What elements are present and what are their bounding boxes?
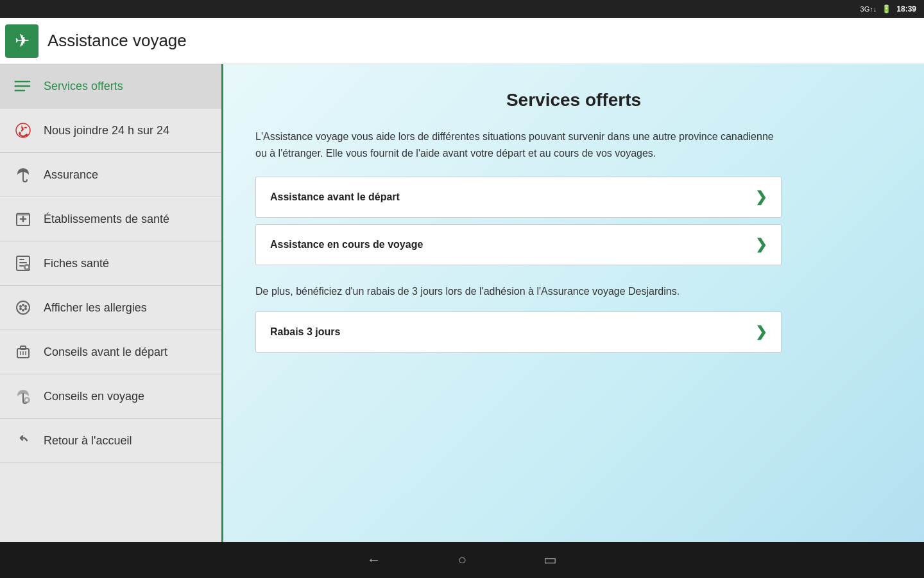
svg-point-19	[24, 305, 27, 308]
gear-icon	[13, 253, 33, 274]
card-label-rabais: Rabais 3 jours	[270, 326, 340, 338]
app-title: Assistance voyage	[47, 31, 187, 51]
card-rabais[interactable]: Rabais 3 jours ❯	[255, 311, 782, 353]
card-label-assistance-depart: Assistance avant le départ	[270, 191, 400, 203]
card-assistance-depart[interactable]: Assistance avant le départ ❯	[255, 177, 782, 218]
sidebar-label-conseils-voyage: Conseils en voyage	[44, 390, 144, 403]
sidebar-item-nous-joindre[interactable]: Nous joindre 24 h sur 24	[0, 109, 221, 153]
content-area: Services offerts L'Assistance voyage vou…	[223, 64, 924, 578]
card-label-assistance-voyage: Assistance en cours de voyage	[270, 239, 423, 250]
plane-icon: ✈	[15, 30, 30, 51]
svg-rect-10	[17, 213, 30, 216]
sidebar-label-nous-joindre: Nous joindre 24 h sur 24	[44, 124, 169, 137]
list-icon	[13, 76, 33, 96]
sidebar-item-conseils-voyage[interactable]: Conseils en voyage	[0, 374, 221, 419]
sidebar-label-fiches-sante: Fiches santé	[44, 257, 109, 270]
sidebar-item-allergies[interactable]: Afficher les allergies	[0, 286, 221, 330]
sidebar-item-assurance[interactable]: Assurance	[0, 153, 221, 197]
svg-rect-13	[19, 262, 27, 263]
svg-point-16	[26, 266, 28, 268]
svg-point-21	[19, 308, 22, 310]
luggage-icon	[13, 342, 33, 362]
hospital-icon	[13, 209, 33, 229]
rabais-description: De plus, bénéficiez d'un rabais de 3 jou…	[255, 283, 782, 300]
svg-rect-25	[21, 346, 26, 349]
recent-button[interactable]: ▭	[543, 552, 557, 568]
svg-point-20	[22, 304, 24, 306]
sidebar-item-retour[interactable]: Retour à l'accueil	[0, 419, 221, 463]
sidebar-label-allergies: Afficher les allergies	[44, 301, 147, 315]
sidebar-label-services-offerts: Services offerts	[44, 80, 123, 93]
sidebar-label-retour: Retour à l'accueil	[44, 434, 132, 448]
battery-icon: 🔋	[882, 4, 891, 13]
svg-point-22	[24, 308, 27, 310]
signal-icon: 3G↑↓	[860, 5, 877, 13]
sidebar-label-etablissements: Établissements de santé	[44, 213, 169, 226]
sidebar-item-services-offerts[interactable]: Services offerts	[0, 64, 221, 109]
svg-rect-12	[19, 259, 24, 260]
svg-point-3	[15, 81, 17, 83]
sidebar-label-conseils-depart: Conseils avant le départ	[44, 346, 167, 359]
back-icon	[13, 430, 33, 451]
svg-point-23	[22, 309, 24, 311]
main-layout: Services offerts Nous joindre 24 h sur 2…	[0, 64, 924, 578]
android-nav: ← ○ ▭	[0, 542, 924, 578]
svg-point-5	[15, 90, 17, 92]
svg-point-4	[15, 85, 17, 87]
umbrella-icon	[13, 164, 33, 185]
chevron-right-icon-3: ❯	[755, 324, 767, 340]
sidebar-label-assurance: Assurance	[44, 168, 98, 182]
allergy-icon	[13, 297, 33, 318]
app-header: ✈ Assistance voyage	[0, 18, 924, 64]
home-button[interactable]: ○	[458, 552, 466, 568]
sidebar-item-fiches-sante[interactable]: Fiches santé	[0, 241, 221, 286]
sidebar-item-conseils-depart[interactable]: Conseils avant le départ	[0, 330, 221, 374]
chevron-right-icon: ❯	[755, 189, 767, 206]
svg-point-18	[19, 305, 22, 308]
app-logo: ✈	[5, 24, 38, 58]
content-title: Services offerts	[255, 90, 892, 110]
sidebar-item-etablissements[interactable]: Établissements de santé	[0, 197, 221, 241]
back-button[interactable]: ←	[367, 552, 381, 568]
status-bar: 3G↑↓ 🔋 18:39	[0, 0, 924, 18]
content-description: L'Assistance voyage vous aide lors de di…	[255, 128, 782, 161]
time-display: 18:39	[896, 4, 916, 13]
svg-point-17	[17, 301, 30, 314]
svg-point-6	[16, 123, 30, 137]
sidebar: Services offerts Nous joindre 24 h sur 2…	[0, 64, 223, 578]
chevron-right-icon-2: ❯	[755, 236, 767, 253]
travel-icon	[13, 386, 33, 407]
phone-icon	[13, 120, 33, 141]
card-assistance-voyage[interactable]: Assistance en cours de voyage ❯	[255, 224, 782, 265]
